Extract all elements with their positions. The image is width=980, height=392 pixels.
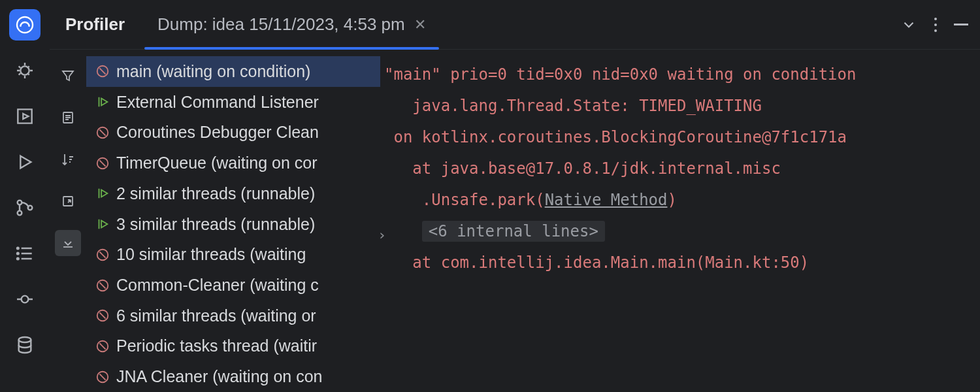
- thread-label: TimerQueue (waiting on cor: [116, 154, 318, 172]
- thread-label: Common-Cleaner (waiting c: [116, 276, 319, 295]
- waiting-icon: [95, 308, 110, 323]
- collapse-icon[interactable]: [55, 230, 81, 256]
- thread-item[interactable]: 3 similar threads (runnable): [86, 209, 380, 240]
- native-method-link[interactable]: Native Method: [545, 191, 668, 209]
- activity-debug-icon[interactable]: [9, 55, 41, 86]
- thread-label: 3 similar threads (runnable): [116, 215, 315, 234]
- details-icon[interactable]: [55, 105, 81, 131]
- main-panel: Profiler Dump: idea 15/11/2023, 4:53 pm …: [50, 0, 980, 392]
- thread-label: 2 similar threads (runnable): [116, 184, 315, 203]
- svg-marker-4: [20, 156, 31, 169]
- waiting-icon: [95, 370, 110, 384]
- waiting-icon: [95, 156, 110, 171]
- thread-label: 10 similar threads (waiting: [116, 245, 306, 264]
- trace-line: at java.base@17.0.8.1/jdk.internal.misc: [384, 153, 964, 184]
- thread-list: main (waiting on condition) External Com…: [86, 50, 380, 392]
- trace-line: at com.intellij.idea.Main.main(Main.kt:5…: [384, 247, 964, 278]
- export-icon[interactable]: [55, 188, 81, 214]
- runnable-icon: [95, 186, 110, 201]
- trace-line: .Unsafe.park(Native Method): [384, 184, 964, 216]
- activity-vcs-icon[interactable]: [9, 192, 41, 223]
- trace-folded[interactable]: <6 internal lines>: [384, 216, 964, 247]
- svg-point-6: [18, 211, 22, 216]
- thread-item[interactable]: 10 similar threads (waiting: [86, 239, 380, 270]
- activity-bar: [0, 0, 50, 392]
- thread-item[interactable]: 6 similar threads (waiting or: [86, 301, 380, 331]
- activity-todo-icon[interactable]: [9, 238, 41, 269]
- trace-line: on kotlinx.coroutines.BlockingCoroutine@…: [384, 122, 964, 153]
- thread-label: Coroutines Debugger Clean: [116, 123, 319, 142]
- thread-label: External Command Listener: [116, 93, 319, 112]
- thread-item[interactable]: main (waiting on condition): [86, 56, 380, 87]
- trace-line: java.lang.Thread.State: TIMED_WAITING: [384, 90, 964, 122]
- content-row: main (waiting on condition) External Com…: [50, 50, 980, 392]
- toolstrip: [50, 50, 86, 392]
- activity-profiler-icon[interactable]: [9, 9, 41, 41]
- minimize-icon[interactable]: [954, 24, 968, 25]
- svg-point-10: [17, 258, 19, 260]
- tabbar: Profiler Dump: idea 15/11/2023, 4:53 pm …: [50, 0, 980, 50]
- svg-point-8: [17, 248, 19, 250]
- close-icon[interactable]: ✕: [414, 16, 426, 33]
- thread-item[interactable]: 2 similar threads (runnable): [86, 178, 380, 209]
- trace-line: "main" prio=0 tid=0x0 nid=0x0 waiting on…: [384, 59, 964, 90]
- thread-item[interactable]: External Command Listener: [86, 87, 380, 118]
- filter-icon[interactable]: [55, 63, 81, 89]
- thread-item[interactable]: Common-Cleaner (waiting c: [86, 270, 380, 301]
- svg-point-11: [22, 296, 29, 303]
- sort-icon[interactable]: [55, 146, 81, 172]
- tool-window-title: Profiler: [65, 14, 125, 35]
- thread-item[interactable]: TimerQueue (waiting on cor: [86, 148, 380, 178]
- svg-point-0: [17, 17, 33, 33]
- stack-trace-pane[interactable]: › "main" prio=0 tid=0x0 nid=0x0 waiting …: [380, 50, 980, 392]
- thread-label: JNA Cleaner (waiting on con: [116, 367, 322, 386]
- waiting-icon: [95, 339, 110, 353]
- runnable-icon: [95, 95, 110, 109]
- tabbar-actions: [900, 16, 968, 33]
- waiting-icon: [95, 64, 110, 78]
- activity-database-icon[interactable]: [9, 329, 41, 361]
- thread-label: 6 similar threads (waiting or: [116, 306, 316, 325]
- svg-point-5: [18, 201, 22, 205]
- svg-point-12: [19, 337, 31, 342]
- runnable-icon: [95, 217, 110, 231]
- activity-commit-icon[interactable]: [9, 284, 41, 315]
- svg-rect-14: [63, 197, 73, 206]
- activity-run-icon[interactable]: [9, 146, 41, 178]
- thread-item[interactable]: Periodic tasks thread (waitir: [86, 331, 380, 362]
- thread-label: main (waiting on condition): [116, 62, 310, 81]
- chevron-right-icon[interactable]: ›: [378, 220, 386, 251]
- thread-item[interactable]: Coroutines Debugger Clean: [86, 117, 380, 148]
- waiting-icon: [95, 278, 110, 293]
- waiting-icon: [95, 248, 110, 262]
- waiting-icon: [95, 125, 110, 140]
- chevron-down-icon[interactable]: [900, 16, 917, 33]
- tab-dump[interactable]: Dump: idea 15/11/2023, 4:53 pm ✕: [151, 0, 433, 49]
- svg-marker-3: [23, 114, 28, 119]
- thread-item[interactable]: JNA Cleaner (waiting on con: [86, 361, 380, 392]
- svg-point-9: [17, 253, 19, 255]
- activity-services-icon[interactable]: [9, 101, 41, 132]
- kebab-icon[interactable]: [934, 18, 937, 32]
- tab-label: Dump: idea 15/11/2023, 4:53 pm: [157, 14, 405, 35]
- thread-label: Periodic tasks thread (waitir: [116, 336, 317, 355]
